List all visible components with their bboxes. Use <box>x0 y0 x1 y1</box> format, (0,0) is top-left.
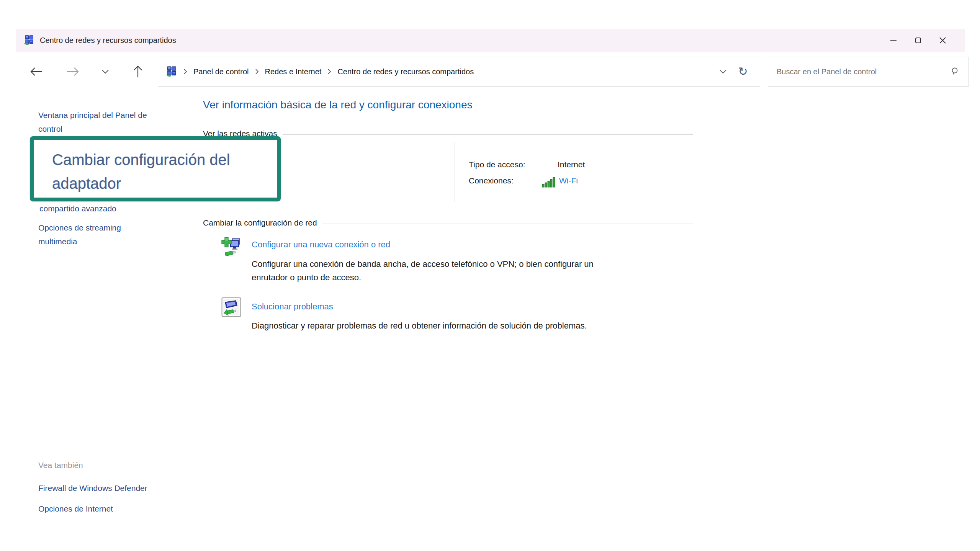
chevron-right-icon <box>183 69 187 75</box>
back-button[interactable] <box>28 63 45 80</box>
description-line: Configurar una conexión de banda ancha, … <box>252 257 594 271</box>
up-button[interactable] <box>129 63 147 80</box>
minimize-button[interactable] <box>881 32 906 49</box>
troubleshoot-icon[interactable] <box>221 297 241 317</box>
setup-new-connection-link[interactable]: Configurar una nueva conexión o red <box>252 240 390 250</box>
description-line: Diagnosticar y reparar problemas de red … <box>252 319 587 332</box>
close-button[interactable] <box>930 32 955 49</box>
window-title: Centro de redes y recursos compartidos <box>40 36 176 45</box>
change-network-settings-label: Cambiar la configuración de red <box>203 218 317 227</box>
search-box <box>768 57 969 87</box>
access-type-value: Internet <box>558 160 585 169</box>
network-sharing-center-icon <box>24 35 34 46</box>
maximize-button[interactable] <box>906 32 930 49</box>
minimize-icon <box>890 40 897 41</box>
window-controls <box>881 32 955 49</box>
breadcrumb-item-centro-de-redes[interactable]: Centro de redes y recursos compartidos <box>337 67 474 76</box>
refresh-button[interactable]: ↻ <box>733 62 753 82</box>
change-adapter-settings-callout: Cambiar configuración del adaptador <box>30 136 281 201</box>
sidebar-item-change-adapter-settings[interactable]: Cambiar configuración del adaptador <box>52 148 270 195</box>
sidebar-item-control-panel-home[interactable]: Ventana principal del Panel de control <box>38 108 153 136</box>
close-icon <box>939 37 946 44</box>
section-divider <box>283 134 693 135</box>
refresh-icon: ↻ <box>738 66 748 77</box>
network-info-divider <box>455 142 455 202</box>
chevron-down-icon <box>719 69 727 74</box>
titlebar: Centro de redes y recursos compartidos <box>16 29 965 52</box>
section-divider <box>322 224 693 224</box>
sidebar-item-internet-options[interactable]: Opciones de Internet <box>38 502 113 516</box>
breadcrumb-item-redes-e-internet[interactable]: Redes e Internet <box>265 67 322 76</box>
wifi-signal-icon <box>542 177 556 188</box>
description-line: enrutador o punto de acceso. <box>252 271 594 284</box>
troubleshoot-problems-link[interactable]: Solucionar problemas <box>252 302 333 312</box>
maximize-icon <box>915 38 921 43</box>
change-network-settings-section-header: Cambiar la configuración de red <box>203 218 693 227</box>
chevron-right-icon <box>327 69 331 75</box>
chevron-right-icon <box>255 69 259 75</box>
screenshot-canvas: Centro de redes y recursos compartidos <box>0 0 980 551</box>
up-arrow-icon <box>133 65 143 78</box>
address-bar-controls: ↻ <box>713 62 753 82</box>
connections-label: Conexiones: <box>469 176 514 185</box>
back-arrow-icon <box>30 67 43 77</box>
setup-new-connection-description: Configurar una conexión de banda ancha, … <box>252 257 594 284</box>
forward-button[interactable] <box>64 63 82 80</box>
breadcrumb: Panel de control Redes e Internet Centro… <box>177 67 474 76</box>
sidebar-item-media-streaming[interactable]: Opciones de streaming multimedia <box>38 221 126 249</box>
address-bar[interactable]: Panel de control Redes e Internet Centro… <box>158 57 760 87</box>
network-sharing-center-icon <box>166 66 177 77</box>
access-type-label: Tipo de acceso: <box>469 160 525 169</box>
network-sharing-center-window: Centro de redes y recursos compartidos <box>16 29 965 551</box>
search-input[interactable] <box>777 67 951 76</box>
forward-arrow-icon <box>66 67 79 77</box>
wifi-connection-link[interactable]: Wi-Fi <box>559 176 578 185</box>
recent-locations-button[interactable] <box>98 63 113 80</box>
chevron-down-icon <box>101 69 109 74</box>
new-connection-icon[interactable] <box>221 236 242 258</box>
sidebar-item-windows-defender-firewall[interactable]: Firewall de Windows Defender <box>38 481 147 495</box>
sidebar-item-advanced-sharing-remnant[interactable]: compartido avanzado <box>39 202 116 216</box>
troubleshoot-problems-description: Diagnosticar y reparar problemas de red … <box>252 319 587 332</box>
search-icon[interactable] <box>951 67 960 76</box>
address-dropdown-button[interactable] <box>713 62 733 82</box>
sidebar-see-also-header: Vea también <box>38 461 83 470</box>
breadcrumb-item-panel-de-control[interactable]: Panel de control <box>193 67 249 76</box>
page-title: Ver información básica de la red y confi… <box>203 99 473 111</box>
